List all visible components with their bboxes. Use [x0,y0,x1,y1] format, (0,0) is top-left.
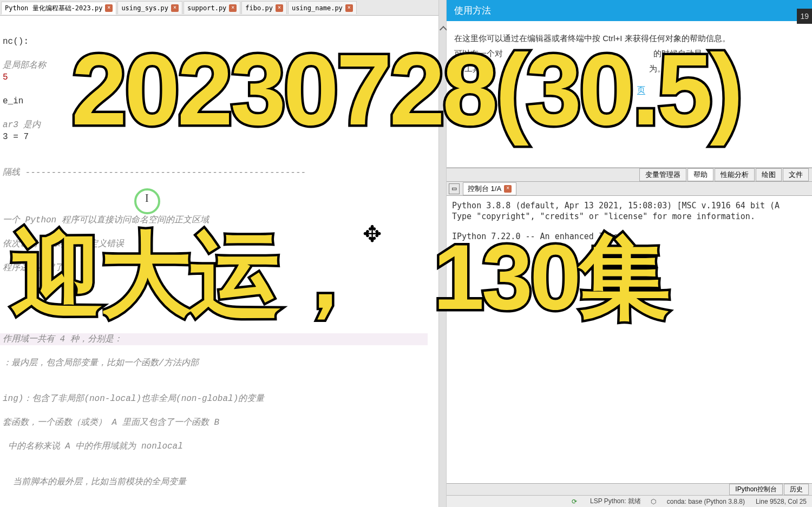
code-editor[interactable]: nc(): 是局部名称 5 e_in ar3 是内 3 = 7 隔线 -----… [0,16,446,507]
tab-label: Python 量化编程基础-2023.py [5,4,102,13]
code-comment: 中的名称来说 A 中的作用域就为 nonlocal [3,440,443,452]
editor-tabs-bar: Python 量化编程基础-2023.py × using_sys.py × s… [0,0,446,16]
tab-label: using_name.py [292,4,343,12]
code-comment: 一个 Python 程序可以直接访问命名空间的正文区域 [3,214,443,226]
tab-label: using_sys.py [121,4,168,12]
status-cursor-pos: Line 9528, Col 25 [756,498,807,505]
breakpoint-gutter[interactable] [438,0,446,507]
console-line: Python 3.8.8 (default, Apr 13 2021, 15:0… [452,200,807,211]
right-pane: 使用方法 在这里你可以通过在编辑器或者终端中按 Ctrl+I 来获得任何对象的帮… [447,0,812,507]
panel-tabs-bar: 变量管理器 帮助 性能分析 绘图 文件 [447,168,812,182]
console-tabs-bar: ▭ 控制台 1/A × [447,182,812,196]
close-icon[interactable]: × [276,4,283,12]
console-tab-label: 控制台 1/A [468,184,501,194]
close-icon[interactable]: × [504,185,512,193]
code-comment: 当前脚本的最外层，比如当前模块的全局变量 [3,476,443,488]
code-comment: 作用域一共有 4 种，分别是： [3,334,122,344]
console-line: Type "copyright", "credits" or "license"… [452,211,807,222]
code-comment: ：最内层，包含局部变量，比如一个函数/方法内部 [3,357,443,369]
code-comment: 依次访问，否则会报未定义错误 [3,238,443,250]
console-tab-1[interactable]: 控制台 1/A × [463,182,516,195]
last-page-link[interactable]: 页 [637,85,645,95]
tab-label: support.py [187,4,226,12]
code-comment: ar3 是内 [3,119,443,131]
code-comment: 隔线 -------------------------------------… [3,167,443,179]
code-text: e_in [3,95,443,107]
tab-file-5[interactable]: using_name.py × [288,1,357,14]
code-number: 5 [3,71,443,83]
help-text: 在这里你可以通过在编辑器或者终端中按 Ctrl+I 来获得任何对象的帮助信息。 [454,31,804,46]
code-comment: 程序逻辑决定了 [3,262,443,274]
close-icon[interactable]: × [229,4,237,12]
bottom-tabs-bar: IPython控制台 历史 [447,483,812,495]
code-comment: ing)：包含了非局部(non-local)也非全局(non-global)的变… [3,393,443,405]
code-text: 3 = 7 [3,132,29,142]
tab-ipython-console[interactable]: IPython控制台 [729,484,783,495]
tab-file-3[interactable]: support.py × [184,1,240,14]
status-conda[interactable]: conda: base (Python 3.8.8) [667,498,745,505]
tab-file-2[interactable]: using_sys.py × [117,1,182,14]
help-content: 在这里你可以通过在编辑器或者终端中按 Ctrl+I 来获得任何对象的帮助信息。 … [447,21,812,107]
help-text: 在 工具 > 为。 [454,61,804,76]
env-icon: ⬡ [651,498,656,505]
status-lsp: LSP Python: 就绪 [590,497,641,506]
tab-profiler[interactable]: 性能分析 [715,168,755,181]
tab-label: fibo.py [245,4,273,12]
code-text: nc(): [3,37,29,47]
first-page-link[interactable]: 第一 [454,85,470,95]
tab-variable-explorer[interactable]: 变量管理器 [639,168,686,181]
tab-history[interactable]: 历史 [784,484,809,495]
close-icon[interactable]: × [105,4,113,12]
help-text: 可以在一个对 的时候自动显 [454,46,804,61]
console-output[interactable]: Python 3.8.8 (default, Apr 13 2021, 15:0… [447,196,812,483]
tab-file-4[interactable]: fibo.py × [241,1,287,14]
tab-help[interactable]: 帮助 [687,168,713,181]
console-options-icon[interactable]: ▭ [449,183,460,194]
tab-files[interactable]: 文件 [783,168,809,181]
help-pagination: 第一 页 [454,82,804,97]
tab-file-1[interactable]: Python 量化编程基础-2023.py × [1,2,116,15]
status-bar: ⟳ LSP Python: 就绪 ⬡ conda: base (Python 3… [447,495,812,507]
code-comment: 套函数，一个函数（或类） A 里面又包含了一个函数 B [3,417,443,429]
refresh-icon[interactable]: ⟳ [572,498,577,505]
console-line: IPython 7.22.0 -- An enhanced Intera [452,231,807,242]
editor-pane: Python 量化编程基础-2023.py × using_sys.py × s… [0,0,447,507]
help-header: 使用方法 [447,0,812,21]
close-icon[interactable]: × [345,4,353,12]
video-timestamp-badge: 19 [797,9,812,24]
tab-plots[interactable]: 绘图 [756,168,782,181]
code-comment: 是局部名称 [3,60,443,71]
close-icon[interactable]: × [171,4,179,12]
help-panel: 使用方法 在这里你可以通过在编辑器或者终端中按 Ctrl+I 来获得任何对象的帮… [447,0,812,168]
